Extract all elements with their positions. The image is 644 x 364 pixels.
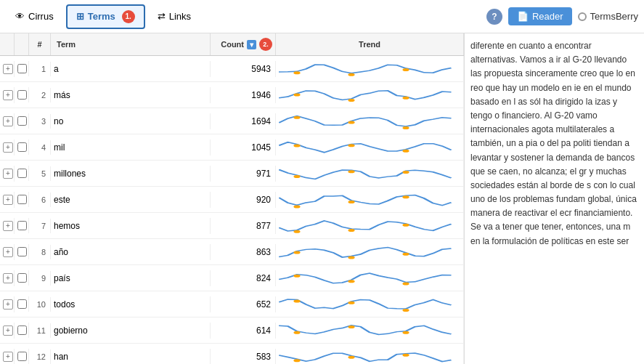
- expand-button[interactable]: +: [3, 325, 13, 336]
- row-term: país: [51, 270, 211, 286]
- col-check-header: [15, 33, 29, 55]
- row-count: 614: [211, 323, 276, 339]
- svg-point-23: [402, 253, 409, 256]
- svg-point-20: [402, 224, 409, 227]
- check-cell: [15, 296, 29, 312]
- expand-button[interactable]: +: [3, 90, 13, 100]
- svg-point-10: [348, 144, 354, 147]
- reader-icon: 📄: [517, 11, 529, 22]
- row-term: este: [51, 192, 211, 208]
- row-num: 5: [29, 166, 51, 181]
- row-term: hemos: [51, 218, 211, 234]
- expand-button[interactable]: +: [3, 64, 13, 74]
- svg-point-25: [348, 280, 354, 283]
- table-row: + 7 hemos 877: [0, 213, 464, 239]
- svg-point-32: [402, 331, 409, 334]
- svg-point-12: [293, 175, 300, 178]
- count-dropdown-btn[interactable]: ▾: [247, 40, 256, 49]
- terms-tab[interactable]: ⊞ Terms 1.: [66, 4, 145, 29]
- expand-cell: +: [0, 296, 15, 312]
- svg-point-33: [293, 359, 300, 362]
- svg-point-4: [348, 99, 354, 102]
- expand-button[interactable]: +: [3, 169, 13, 179]
- links-tab[interactable]: ⇄ Links: [148, 6, 200, 27]
- row-checkbox[interactable]: [17, 221, 27, 230]
- row-term: a: [51, 61, 211, 77]
- table-row: + 11 gobierno 614: [0, 318, 464, 344]
- row-checkbox[interactable]: [17, 142, 27, 152]
- links-icon: ⇄: [158, 11, 166, 22]
- expand-cell: +: [0, 87, 15, 103]
- help-button[interactable]: ?: [486, 9, 502, 25]
- row-trend: [276, 134, 464, 160]
- row-checkbox[interactable]: [17, 116, 27, 126]
- row-checkbox[interactable]: [17, 299, 27, 309]
- cirrus-tab[interactable]: 👁 Cirrus: [6, 6, 63, 27]
- svg-point-18: [293, 230, 300, 233]
- row-checkbox[interactable]: [17, 169, 27, 178]
- row-trend: [276, 82, 464, 108]
- col-count-header: Count ▾ 2.: [211, 33, 276, 55]
- row-trend: [276, 265, 464, 291]
- row-checkbox[interactable]: [17, 247, 27, 256]
- reader-button[interactable]: 📄 Reader: [508, 7, 572, 25]
- svg-point-17: [402, 195, 409, 198]
- row-count: 652: [211, 296, 276, 312]
- svg-point-11: [402, 150, 409, 153]
- expand-button[interactable]: +: [3, 116, 13, 126]
- table-icon: ⊞: [76, 11, 84, 22]
- svg-point-13: [348, 170, 354, 173]
- row-checkbox[interactable]: [17, 325, 27, 335]
- expand-button[interactable]: +: [3, 247, 13, 257]
- row-term: todos: [51, 296, 211, 312]
- row-count: 1045: [211, 139, 276, 155]
- svg-point-1: [348, 73, 354, 76]
- svg-point-14: [402, 171, 409, 174]
- expand-cell: +: [0, 323, 15, 339]
- svg-point-6: [293, 116, 300, 119]
- row-checkbox[interactable]: [17, 195, 27, 204]
- expand-cell: +: [0, 61, 15, 77]
- check-cell: [15, 87, 29, 102]
- row-checkbox[interactable]: [17, 64, 27, 73]
- row-count: 863: [211, 244, 276, 260]
- row-trend: [276, 187, 464, 212]
- table-body: + 1 a 5943 + 2 más 1946: [0, 56, 464, 364]
- links-label: Links: [169, 11, 191, 22]
- eye-icon: 👁: [15, 11, 25, 22]
- top-nav: 👁 Cirrus ⊞ Terms 1. ⇄ Links ? 📄 Reader T…: [0, 0, 644, 33]
- check-cell: [15, 349, 29, 364]
- right-panel: diferente en cuanto a encontrar alternat…: [465, 33, 644, 364]
- expand-button[interactable]: +: [3, 221, 13, 231]
- row-term: gobierno: [51, 323, 211, 339]
- row-num: 8: [29, 245, 51, 259]
- row-term: han: [51, 349, 211, 365]
- expand-cell: +: [0, 192, 15, 208]
- svg-point-16: [348, 201, 354, 203]
- row-num: 10: [29, 297, 51, 312]
- svg-point-0: [293, 71, 300, 74]
- svg-point-8: [402, 126, 409, 129]
- expand-button[interactable]: +: [3, 352, 13, 362]
- table-row: + 6 este 920: [0, 187, 464, 213]
- expand-button[interactable]: +: [3, 195, 13, 205]
- svg-point-31: [348, 325, 354, 328]
- svg-point-22: [348, 256, 354, 259]
- svg-point-26: [402, 283, 409, 286]
- row-checkbox[interactable]: [17, 273, 27, 283]
- expand-button[interactable]: +: [3, 142, 13, 153]
- table-row: + 8 año 863: [0, 239, 464, 265]
- row-checkbox[interactable]: [17, 352, 27, 361]
- check-cell: [15, 61, 29, 76]
- svg-point-2: [402, 68, 409, 71]
- row-count: 824: [211, 270, 276, 286]
- row-num: 3: [29, 114, 51, 129]
- row-num: 7: [29, 219, 51, 233]
- termsberry-button[interactable]: TermsBerry: [578, 11, 638, 22]
- termsberry-label: TermsBerry: [590, 11, 638, 22]
- row-count: 971: [211, 166, 276, 182]
- expand-button[interactable]: +: [3, 299, 13, 310]
- svg-point-3: [293, 94, 300, 97]
- expand-button[interactable]: +: [3, 273, 13, 283]
- row-checkbox[interactable]: [17, 90, 27, 100]
